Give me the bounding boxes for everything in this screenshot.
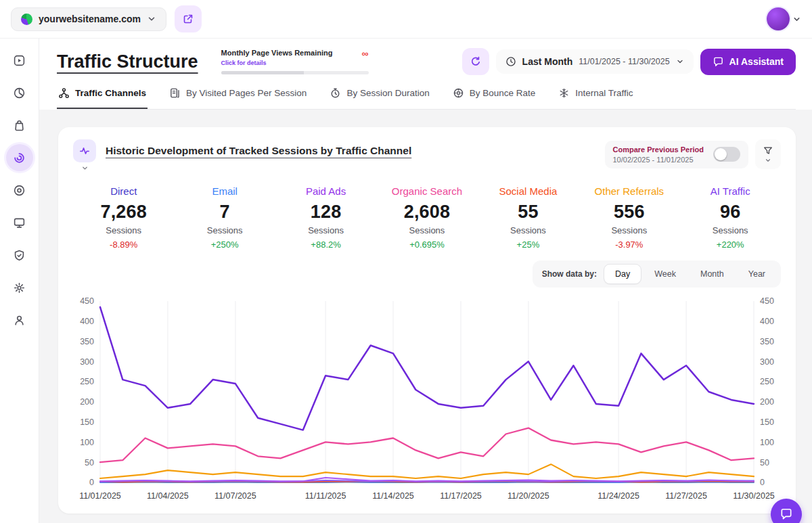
website-selector[interactable]: yourwebsitename.com [11,7,166,31]
sidebar-item-settings[interactable] [6,274,33,301]
filter-button[interactable] [755,139,781,169]
stat-label: AI Traffic [680,185,781,197]
pageviews-progress-bar [221,71,369,74]
chevron-down-icon [147,14,156,24]
svg-text:200: 200 [80,397,94,407]
stat-unit: Sessions [478,225,579,235]
tab-traffic-channels[interactable]: Traffic Channels [57,83,148,109]
tab-label: By Bounce Rate [470,88,536,98]
chat-icon [713,56,724,68]
tab-by-session-duration[interactable]: By Session Duration [328,83,430,109]
stat-other-referrals[interactable]: Other Referrals556Sessions-3.97% [579,185,679,250]
compare-toggle[interactable] [713,147,740,162]
chat-icon [780,507,793,521]
stopwatch-icon [330,87,341,99]
stat-label: Direct [73,185,174,197]
stat-unit: Sessions [680,225,781,235]
date-range-picker[interactable]: Last Month 11/01/2025 - 11/30/2025 [496,49,694,74]
svg-text:250: 250 [760,377,774,386]
tab-by-bounce-rate[interactable]: By Bounce Rate [451,83,537,109]
stat-label: Organic Search [376,185,477,197]
account-menu[interactable] [767,7,801,30]
stat-value: 2,608 [376,202,477,223]
stat-value: 556 [579,202,679,223]
stat-direct[interactable]: Direct7,268Sessions-8.89% [73,185,174,250]
stat-value: 96 [680,202,781,223]
open-website-button[interactable] [175,5,202,32]
svg-text:11/07/2025: 11/07/2025 [215,491,256,501]
avatar [767,7,790,30]
sidebar-item-player[interactable] [6,47,33,74]
ai-assistant-button[interactable]: AI Assistant [700,49,796,75]
stat-unit: Sessions [579,225,679,235]
stat-label: Other Referrals [579,185,679,197]
sidebar-item-goals[interactable] [6,177,33,204]
stat-organic-search[interactable]: Organic Search2,608Sessions+0.695% [376,185,477,250]
sessions-chart: 11/01/202511/04/202511/07/202511/11/2025… [73,296,781,503]
svg-text:350: 350 [80,337,94,346]
compare-label: Compare Previous Period [613,145,704,154]
toggle-knob [715,148,727,160]
pageviews-widget[interactable]: Monthly Page Views Remaining ∞ Click for… [221,49,369,74]
pageviews-details-link[interactable]: Click for details [221,60,369,66]
target-icon [13,184,26,197]
stat-ai-traffic[interactable]: AI Traffic96Sessions+220% [680,185,781,250]
svg-text:450: 450 [760,296,774,306]
pie-chart-icon [13,87,26,99]
svg-text:100: 100 [80,438,94,447]
stats-row: Direct7,268Sessions-8.89%Email7Sessions+… [73,185,781,250]
sidebar-item-analytics[interactable] [6,79,33,106]
show-data-by-month[interactable]: Month [689,264,736,284]
svg-text:11/24/2025: 11/24/2025 [597,491,639,501]
show-data-by-week[interactable]: Week [643,264,687,284]
show-data-by-day[interactable]: Day [604,264,641,284]
chevron-down-icon [676,58,684,66]
chevron-down-icon [792,15,801,24]
stat-change: +0.695% [376,240,477,250]
svg-text:350: 350 [760,337,774,346]
stat-unit: Sessions [73,225,174,235]
settings-gear-icon [13,281,26,294]
website-favicon-icon [21,14,32,25]
sidebar-item-visitors[interactable] [6,306,33,334]
svg-text:11/17/2025: 11/17/2025 [440,491,482,501]
svg-text:11/14/2025: 11/14/2025 [372,491,414,501]
stat-email[interactable]: Email7Sessions+250% [174,185,275,250]
infinity-value: ∞ [362,49,369,58]
svg-text:11/30/2025: 11/30/2025 [733,491,775,501]
sidebar [0,39,39,523]
website-name: yourwebsitename.com [39,14,141,24]
report-tabs: Traffic Channels By Visited Pages Per Se… [57,83,796,110]
stat-unit: Sessions [376,225,477,235]
tab-label: By Visited Pages Per Session [186,88,307,98]
channels-share-icon [58,87,70,99]
sidebar-item-commerce[interactable] [6,112,33,139]
tab-by-visited-pages[interactable]: By Visited Pages Per Session [168,83,308,109]
topbar: yourwebsitename.com [0,0,812,39]
show-data-by-options: DayWeekMonthYear [604,264,777,284]
stat-change: +25% [478,240,579,250]
page-header: Traffic Structure Monthly Page Views Rem… [39,39,812,110]
svg-text:200: 200 [760,397,774,407]
show-data-by-year[interactable]: Year [737,264,777,284]
stat-paid-ads[interactable]: Paid Ads128Sessions+88.2% [275,185,376,250]
visitor-profile-icon [13,314,26,327]
svg-text:150: 150 [760,417,774,427]
chart-type-selector[interactable] [73,139,96,172]
stat-value: 7 [174,202,275,223]
sessions-chart-card: Historic Development of Tracked Sessions… [58,127,796,514]
chart-area[interactable]: 11/01/202511/04/202511/07/202511/11/2025… [73,296,781,503]
refresh-button[interactable] [462,48,489,75]
content-area: Historic Development of Tracked Sessions… [39,110,812,523]
tab-label: By Session Duration [346,88,429,98]
sidebar-item-traffic[interactable] [6,144,33,171]
stat-unit: Sessions [174,225,275,235]
stat-social-media[interactable]: Social Media55Sessions+25% [478,185,579,250]
stat-unit: Sessions [275,225,376,235]
stat-change: -3.97% [579,240,679,250]
tab-internal-traffic[interactable]: Internal Traffic [557,83,634,109]
sidebar-item-security[interactable] [6,242,33,269]
svg-text:50: 50 [85,458,94,468]
sidebar-item-feedback[interactable] [6,209,33,236]
refresh-icon [470,55,482,68]
